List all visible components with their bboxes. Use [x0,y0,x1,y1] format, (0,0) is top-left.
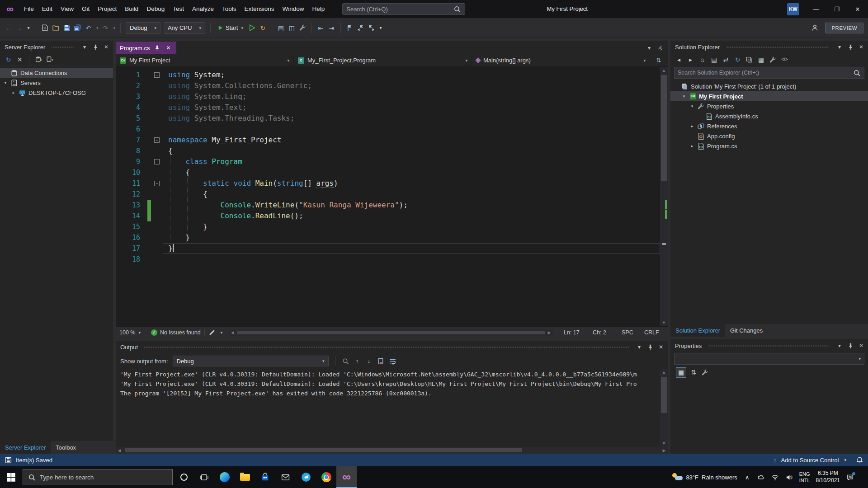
connect-server-icon[interactable] [46,56,54,63]
breadcrumb-class[interactable]: C My_First_Project.Program ▾ [294,54,472,66]
visual-studio-taskbar-button[interactable]: ∞ [336,466,357,488]
tree-item-data-connections[interactable]: Data Connections [0,68,113,78]
caret-down-icon[interactable]: ▾ [26,24,31,32]
tree-item-program-cs[interactable]: ▸C#Program.cs [670,141,868,151]
expander-icon[interactable]: ▸ [11,90,16,95]
language-indicator[interactable]: ENG INTL [799,471,810,484]
save-icon[interactable] [63,24,71,32]
column-indicator[interactable]: Ch: 2 [588,329,617,336]
tree-item-assemblyinfo-cs[interactable]: C#AssemblyInfo.cs [670,111,868,121]
back-icon[interactable]: ← [5,24,12,32]
code-line[interactable]: 1-using System; [116,70,660,80]
code-line[interactable]: 17} [116,243,660,254]
menu-item-debug[interactable]: Debug [142,0,169,18]
user-avatar[interactable]: KW [787,3,799,15]
close-icon[interactable]: ✕ [164,44,172,52]
panel-grip[interactable] [726,46,829,48]
code-line[interactable]: 8{ [116,145,660,156]
scroll-left-icon[interactable]: ◀ [229,330,236,335]
indent-decrease-icon[interactable]: ⇤ [317,24,325,32]
add-to-source-control-button[interactable]: Add to Source Control [781,457,839,464]
pin-icon[interactable] [646,343,654,351]
line-ending-indicator[interactable]: CRLF [640,329,664,336]
chevron-down-icon[interactable]: ▾ [844,458,846,462]
chevron-down-icon[interactable]: ▾ [80,43,89,51]
connect-database-icon[interactable] [35,56,42,63]
chevron-down-icon[interactable]: ▾ [221,330,223,335]
word-wrap-toggle-icon[interactable]: ⇅ [650,54,668,66]
menu-item-build[interactable]: Build [121,0,142,18]
pin-icon[interactable] [846,43,854,51]
fold-collapse-icon[interactable]: - [154,181,160,186]
clear-all-icon[interactable] [377,357,385,365]
find-message-icon[interactable] [342,357,349,365]
scroll-down-icon[interactable]: ▼ [660,440,668,447]
chevron-down-icon[interactable]: ▾ [835,342,844,350]
menu-item-project[interactable]: Project [94,0,121,18]
properties-wrench-icon[interactable] [701,369,709,376]
quick-search-box[interactable]: Search (Ctrl+Q) [342,3,465,15]
chevron-down-icon[interactable]: ▾ [241,26,243,30]
scrollbar-thumb[interactable] [237,331,545,334]
start-without-debugging-icon[interactable] [248,24,256,32]
code-line[interactable]: 10 { [116,167,660,178]
code-line[interactable]: 15 } [116,221,660,232]
chevron-down-icon[interactable]: ▾ [835,43,844,51]
output-source-dropdown[interactable]: Debug ▾ [173,356,329,366]
breadcrumb-method[interactable]: Main(string[] args) ▾ [472,54,650,66]
show-all-files-icon[interactable]: ▦ [757,56,765,64]
taskbar-search-box[interactable]: Type here to search [23,469,173,485]
file-explorer-taskbar-button[interactable] [235,466,255,488]
minimize-button[interactable]: — [806,0,826,18]
breadcrumb-project[interactable]: C# My First Project ▾ [116,54,294,66]
solution-explorer-search[interactable]: Search Solution Explorer (Ctrl+;) [674,67,864,79]
code-line[interactable]: 16 } [116,232,660,243]
menu-item-window[interactable]: Window [278,0,308,18]
menu-item-git[interactable]: Git [78,0,94,18]
spaces-indicator[interactable]: SPC [617,329,640,336]
onedrive-icon[interactable] [757,473,765,481]
se-back-icon[interactable]: ◂ [675,56,683,64]
close-button[interactable]: ✕ [847,0,868,18]
alphabetical-icon[interactable]: ⇅ [690,369,698,376]
scrollbar-thumb[interactable] [661,377,667,413]
chevron-down-icon[interactable]: ▾ [113,26,116,30]
refresh-icon[interactable]: ↻ [5,56,12,63]
weather-widget[interactable]: 83°F Rain showers [672,473,737,482]
scrollbar-thumb[interactable] [125,448,522,452]
panel-grip[interactable] [144,346,629,348]
previous-bookmark-icon[interactable] [357,24,364,32]
issues-indicator[interactable]: ✓ No issues found [151,329,201,336]
properties-window-icon[interactable] [299,24,307,32]
code-line[interactable]: 9- class Program [116,156,660,167]
output-horizontal-scrollbar[interactable]: ◀ ▶ [116,447,668,454]
chat-app-taskbar-button[interactable] [296,466,316,488]
menu-item-tools[interactable]: Tools [218,0,241,18]
pin-icon[interactable] [153,44,161,52]
bookmark-icon[interactable] [346,24,354,32]
code-line[interactable]: 3using System.Linq; [116,91,660,102]
code-line[interactable]: 7-namespace My_First_Project [116,135,660,145]
expander-icon[interactable]: ▾ [681,94,687,99]
cortana-icon[interactable] [174,466,194,488]
tree-item-desktop-l7cfosg[interactable]: ▸DESKTOP-L7CFOSG [0,88,113,98]
se-refresh-icon[interactable]: ↻ [734,56,741,64]
start-button[interactable] [0,466,22,488]
menu-item-file[interactable]: File [20,0,38,18]
chrome-taskbar-button[interactable] [316,466,336,488]
fold-collapse-icon[interactable]: - [154,137,160,143]
search-icon[interactable] [853,69,861,77]
code-editor[interactable]: 1-using System;2using System.Collections… [116,67,668,326]
menu-item-view[interactable]: View [57,0,78,18]
code-line[interactable]: 2using System.Collections.Generic; [116,80,660,91]
pin-icon[interactable] [91,43,99,51]
tab-git-changes[interactable]: Git Changes [725,324,768,337]
scroll-up-icon[interactable]: ▲ [660,369,668,376]
code-line[interactable]: 11- static void Main(string[] args) [116,178,660,189]
menu-item-test[interactable]: Test [169,0,188,18]
close-icon[interactable]: ✕ [857,43,865,51]
expander-icon[interactable]: ▸ [689,144,695,148]
tab-server-explorer[interactable]: Server Explorer [0,441,51,454]
menu-item-edit[interactable]: Edit [38,0,57,18]
word-wrap-icon[interactable] [389,357,396,365]
